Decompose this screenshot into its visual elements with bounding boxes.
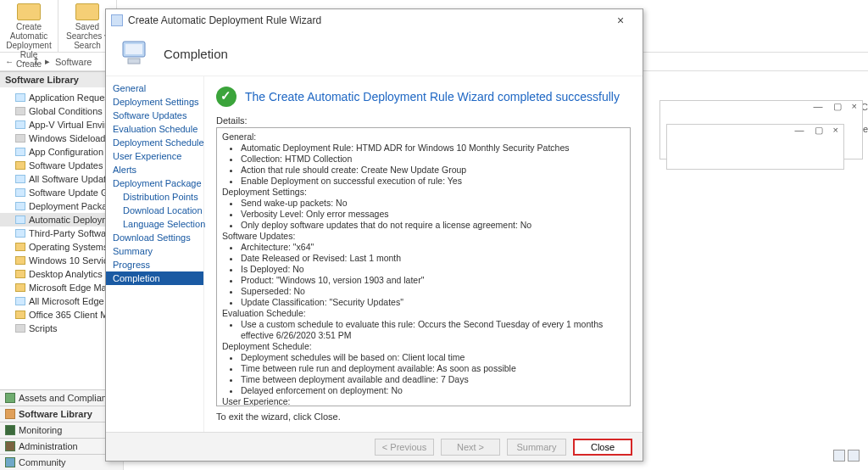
close-icon[interactable]: × xyxy=(847,101,862,111)
wizard-step[interactable]: Download Location xyxy=(106,204,203,217)
breadcrumb-path[interactable]: Software xyxy=(55,57,92,67)
saved-searches-button[interactable]: Saved Searches ▾ xyxy=(64,0,111,41)
folder-icon xyxy=(15,188,25,197)
minimize-icon[interactable]: — xyxy=(809,101,828,111)
workspace-icon xyxy=(5,409,15,419)
create-adr-button[interactable]: Create Automatic Deployment Rule xyxy=(5,0,53,59)
details-section: User Experience: xyxy=(222,396,625,406)
workspace-icon xyxy=(5,425,15,435)
dialog-title: Create Automatic Deployment Rule Wizard xyxy=(128,14,604,26)
wizard-step[interactable]: Deployment Schedule xyxy=(106,136,203,149)
folder-icon xyxy=(15,148,25,156)
details-item: Date Released or Revised: Last 1 month xyxy=(241,253,625,264)
details-label: Details: xyxy=(216,115,631,126)
close-icon[interactable]: × xyxy=(828,125,843,135)
details-list: Deployment schedules will be based on: C… xyxy=(222,352,625,396)
exit-note: To exit the wizard, click Close. xyxy=(216,406,631,427)
dialog-header: Completion xyxy=(106,31,643,76)
folder-icon xyxy=(15,161,25,170)
wizard-step[interactable]: User Experience xyxy=(106,149,203,163)
workspace-label: Monitoring xyxy=(19,425,62,435)
folder-icon xyxy=(15,324,25,333)
details-section: Deployment Schedule: xyxy=(222,341,625,352)
nav-item-label: Scripts xyxy=(29,323,58,333)
create-adr-label: Create Automatic Deployment Rule xyxy=(5,22,53,59)
dialog-button-bar: < Previous Next > Summary Close xyxy=(106,432,643,461)
wizard-step[interactable]: Deployment Settings xyxy=(106,95,203,109)
nav-forward-icon[interactable]: → xyxy=(19,57,27,66)
dialog-titlebar: Create Automatic Deployment Rule Wizard … xyxy=(106,9,643,31)
dialog-icon xyxy=(111,14,123,26)
breadcrumb-sep: ▸ xyxy=(45,56,50,67)
wizard-dialog: Create Automatic Deployment Rule Wizard … xyxy=(105,8,643,462)
workspace-label: Community xyxy=(19,457,66,467)
folder-icon xyxy=(15,215,25,224)
wizard-step[interactable]: Summary xyxy=(106,244,203,258)
details-item: Send wake-up packets: No xyxy=(241,198,625,209)
maximize-icon[interactable]: ▢ xyxy=(828,101,847,112)
nav-back-icon[interactable]: ← xyxy=(5,57,14,66)
details-item: Automatic Deployment Rule: HTMD ADR for … xyxy=(241,143,625,154)
details-item: Verbosity Level: Only error messages xyxy=(241,209,625,220)
nav-item-label: Operating Systems xyxy=(29,242,108,252)
details-list: Automatic Deployment Rule: HTMD ADR for … xyxy=(222,143,625,187)
details-item: Time between rule run and deployment ava… xyxy=(241,363,625,374)
minimize-icon[interactable]: — xyxy=(790,125,810,135)
folder-icon xyxy=(15,202,25,210)
details-item: Collection: HTMD Collection xyxy=(241,154,625,165)
details-item: Product: "Windows 10, version 1903 and l… xyxy=(241,275,625,286)
view-toggle[interactable] xyxy=(833,450,860,462)
workspace-icon xyxy=(5,457,15,467)
wizard-step[interactable]: Download Settings xyxy=(106,231,203,244)
folder-icon xyxy=(15,270,25,278)
success-message: The Create Automatic Deployment Rule Wiz… xyxy=(245,90,620,104)
folder-icon xyxy=(15,256,25,265)
success-check-icon xyxy=(216,87,236,107)
details-item: Deployment schedules will be based on: C… xyxy=(241,352,625,363)
folder-icon xyxy=(15,175,25,183)
wizard-step[interactable]: Progress xyxy=(106,258,203,271)
wizard-step[interactable]: Evaluation Schedule xyxy=(106,122,203,136)
wizard-step[interactable]: Distribution Points xyxy=(106,190,203,204)
nav-item-label: Software Updates xyxy=(29,160,103,171)
wizard-step[interactable]: Completion xyxy=(106,271,203,285)
dialog-step-caption: Completion xyxy=(164,47,228,61)
nav-item-label: Application Requests xyxy=(29,92,116,103)
workspace-label: Administration xyxy=(19,441,78,451)
details-section: Evaluation Schedule: xyxy=(222,308,625,319)
wizard-step[interactable]: Deployment Package xyxy=(106,176,203,190)
svg-rect-2 xyxy=(128,59,140,64)
rule-icon xyxy=(17,3,41,20)
dialog-close-icon[interactable]: × xyxy=(604,14,637,27)
workspace-icon xyxy=(5,441,15,451)
workspace-icon xyxy=(5,393,15,403)
workspace-label: Software Library xyxy=(19,409,92,419)
search-folder-icon xyxy=(75,3,99,20)
maximize-icon[interactable]: ▢ xyxy=(810,125,828,136)
details-item: Use a custom schedule to evaluate this r… xyxy=(241,319,625,341)
nav-item-label: All Software Updates xyxy=(29,174,116,184)
folder-icon xyxy=(15,283,25,292)
nav-item-label: Global Conditions xyxy=(29,106,103,116)
wizard-step[interactable]: Alerts xyxy=(106,163,203,176)
close-button[interactable]: Close xyxy=(573,439,632,456)
workspace-label: Assets and Compliance xyxy=(19,393,117,403)
wizard-steps: GeneralDeployment SettingsSoftware Updat… xyxy=(106,76,204,432)
wizard-step[interactable]: Software Updates xyxy=(106,109,203,122)
folder-icon xyxy=(15,107,25,115)
ribbon-group-create: Create Automatic Deployment Rule Create xyxy=(0,0,58,52)
previous-button: < Previous xyxy=(375,439,434,456)
details-item: Enable Deployment on successful executio… xyxy=(241,176,625,187)
saved-searches-label: Saved Searches ▾ xyxy=(64,22,111,41)
nav-up-icon[interactable]: ↥ xyxy=(32,56,40,67)
details-list: Send wake-up packets: NoVerbosity Level:… xyxy=(222,198,625,231)
folder-icon xyxy=(15,243,25,251)
wizard-step[interactable]: General xyxy=(106,81,203,95)
details-item: Action that rule should create: Create N… xyxy=(241,165,625,176)
details-box[interactable]: General:Automatic Deployment Rule: HTMD … xyxy=(216,127,631,406)
wizard-step[interactable]: Language Selection xyxy=(106,217,203,231)
folder-icon xyxy=(15,120,25,129)
folder-icon xyxy=(15,297,25,305)
computer-icon xyxy=(120,40,150,67)
details-section: Deployment Settings: xyxy=(222,187,625,198)
